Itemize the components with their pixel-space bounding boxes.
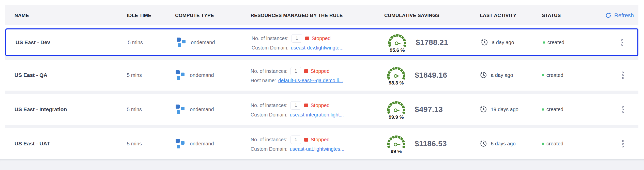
resource-label: Custom Domain:	[252, 45, 288, 51]
stopped-square-icon	[305, 37, 309, 40]
column-header-name: NAME	[14, 13, 127, 18]
resource-link[interactable]: useast-uat.lightwingtes...	[290, 146, 344, 152]
instance-state-label: Stopped	[311, 137, 330, 143]
resources-cell: No. of instances: 1 Stopped Host name: d…	[251, 67, 384, 83]
last-activity-value: a day ago	[491, 72, 513, 78]
instance-state: Stopped	[304, 137, 330, 143]
status-value: created	[547, 40, 564, 45]
kebab-dot	[621, 39, 623, 41]
instances-label: No. of instances:	[251, 103, 287, 108]
stopped-square-icon	[304, 104, 308, 107]
status-green-dot-icon	[542, 108, 544, 111]
status-cell: created	[542, 141, 600, 147]
refresh-button[interactable]: Refresh	[605, 12, 634, 19]
last-activity-value: 6 days ago	[491, 141, 516, 147]
row-kebab-menu-button[interactable]	[619, 104, 626, 115]
kebab-dot	[622, 77, 624, 79]
kebab-dot	[622, 111, 624, 113]
row-gap	[5, 56, 638, 60]
compute-type-value: ondemand	[190, 72, 214, 78]
refresh-label: Refresh	[614, 12, 634, 19]
resources-cell: No. of instances: 1 Stopped Custom Domai…	[252, 34, 385, 51]
status-cell: created	[542, 72, 600, 78]
instance-state-label: Stopped	[311, 103, 330, 108]
savings-gauge: 99 %	[384, 133, 408, 154]
resources-cell: No. of instances: 1 Stopped Custom Domai…	[251, 101, 384, 118]
last-activity-cell: 19 days ago	[480, 106, 542, 113]
savings-percent: 98.3 %	[389, 80, 404, 86]
table-row[interactable]: US East - Integration 5 mins ondemand No…	[5, 94, 638, 125]
column-header-last-activity: LAST ACTIVITY	[480, 13, 542, 18]
savings-gauge: 95.6 %	[385, 32, 409, 53]
instances-count-box: 1	[292, 34, 302, 43]
table-row[interactable]: US East - QA 5 mins ondemand No. of inst…	[5, 60, 638, 91]
instances-label: No. of instances:	[251, 137, 287, 143]
table-body: US East - Dev 5 mins ondemand No. of ins…	[5, 28, 638, 159]
savings-gauge-icon	[385, 65, 407, 80]
column-header-cumulative-savings: CUMULATIVE SAVINGS	[384, 13, 480, 18]
row-kebab-menu-button[interactable]	[619, 70, 626, 80]
refresh-icon	[605, 12, 611, 19]
header-body-gap	[5, 25, 638, 28]
column-header-idle-time: IDLE TIME	[127, 13, 175, 18]
stopped-square-icon	[304, 138, 308, 142]
resource-label: Host name:	[251, 78, 276, 83]
table-row[interactable]: US East - Dev 5 mins ondemand No. of ins…	[5, 28, 638, 56]
status-green-dot-icon	[542, 143, 544, 145]
kebab-dot	[622, 106, 624, 108]
history-clock-icon	[480, 140, 487, 147]
last-activity-value: 19 days ago	[491, 107, 518, 112]
last-activity-cell: a day ago	[480, 71, 542, 79]
savings-percent: 95.6 %	[390, 47, 405, 53]
kebab-dot	[621, 42, 623, 43]
compute-cluster-icon	[175, 138, 186, 149]
kebab-dot	[622, 109, 624, 110]
savings-amount: $1186.53	[415, 139, 447, 148]
kebab-dot	[622, 146, 624, 147]
compute-type-value: ondemand	[190, 141, 214, 147]
rules-table-page: NAME IDLE TIME COMPUTE TYPE RESOURCES MA…	[0, 0, 644, 170]
rule-name: US East - Integration	[14, 106, 127, 112]
compute-type-value: ondemand	[191, 40, 215, 45]
status-value: created	[546, 141, 563, 147]
row-gap	[5, 125, 638, 128]
stopped-square-icon	[304, 69, 308, 73]
status-cell: created	[542, 107, 600, 112]
last-activity-value: a day ago	[492, 40, 514, 45]
compute-cluster-icon	[175, 70, 186, 80]
status-cell: created	[543, 40, 601, 45]
savings-gauge: 99.9 %	[384, 99, 408, 120]
savings-amount: $497.13	[415, 105, 443, 114]
instance-state: Stopped	[305, 36, 331, 41]
compute-type-cell: ondemand	[175, 104, 251, 115]
header-actions: Refresh	[600, 12, 638, 19]
resource-link[interactable]: useast-dev.lightwingte...	[291, 45, 344, 51]
savings-amount: $1788.21	[416, 38, 448, 47]
resource-link[interactable]: default-us-east---qa.demo.li...	[278, 78, 343, 83]
idle-time-value: 5 mins	[127, 141, 175, 147]
status-value: created	[546, 107, 563, 112]
bottom-section-strip	[0, 159, 644, 170]
compute-type-cell: ondemand	[176, 37, 252, 48]
savings-gauge-icon	[386, 32, 408, 47]
column-header-resources: RESOURCES MANAGED BY THE RULE	[251, 13, 384, 18]
history-clock-icon	[481, 39, 488, 46]
history-clock-icon	[480, 71, 487, 79]
savings-gauge: 98.3 %	[384, 65, 408, 86]
compute-cluster-icon	[175, 104, 186, 115]
row-kebab-menu-button[interactable]	[619, 139, 626, 149]
resource-link[interactable]: useast-integration.light...	[290, 112, 344, 118]
kebab-dot	[621, 44, 623, 46]
row-kebab-menu-button[interactable]	[618, 37, 625, 48]
resource-label: Custom Domain:	[251, 112, 287, 118]
savings-percent: 99 %	[391, 149, 402, 154]
resources-cell: No. of instances: 1 Stopped Custom Domai…	[251, 135, 384, 152]
instance-state: Stopped	[304, 68, 330, 74]
instance-state: Stopped	[304, 103, 330, 108]
compute-type-cell: ondemand	[175, 138, 251, 149]
instance-state-label: Stopped	[311, 68, 330, 74]
table-row[interactable]: US East - UAT 5 mins ondemand No. of ins…	[5, 128, 638, 159]
savings-percent: 99.9 %	[389, 114, 404, 120]
column-header-status: STATUS	[542, 13, 600, 18]
compute-cluster-icon	[176, 37, 187, 48]
